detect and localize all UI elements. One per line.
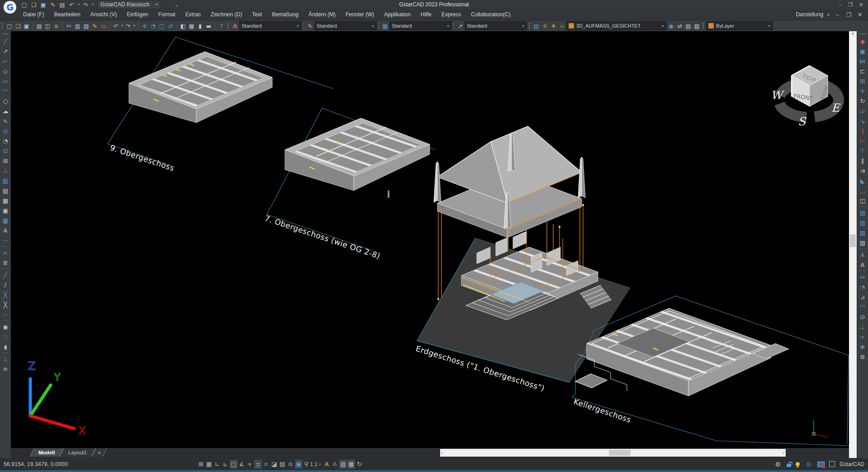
- extend-tool-icon[interactable]: ⊢: [858, 136, 868, 146]
- construction-line-tool-icon[interactable]: ↗: [1, 46, 10, 56]
- scroll-right-icon[interactable]: ›: [783, 450, 784, 455]
- dim-style-icon[interactable]: ≣: [858, 352, 868, 362]
- block-editor-icon[interactable]: ▭: [99, 22, 108, 30]
- tab-layout1[interactable]: Layout1: [60, 448, 96, 457]
- save-as-icon[interactable]: ✎: [48, 0, 57, 9]
- copy-tool-icon[interactable]: ▣: [858, 46, 868, 56]
- mirror-tool-icon[interactable]: ⋈: [858, 56, 868, 66]
- draw-order-front-icon[interactable]: ▤: [858, 208, 868, 218]
- text-scale-tool-icon[interactable]: A: [858, 260, 868, 270]
- rectangle-tool-icon[interactable]: ▭: [1, 76, 10, 86]
- layer-combo[interactable]: 3D_AUFMASS_GESICHTET▼: [566, 21, 667, 30]
- menu-text[interactable]: Text: [247, 9, 267, 20]
- hatch-background-toggle[interactable]: ▨: [339, 460, 347, 469]
- trim-tool-icon[interactable]: ∤: [858, 126, 868, 136]
- break-tool-icon[interactable]: ‖: [858, 156, 868, 166]
- toolbar-overflow-icon[interactable]: ⌄: [172, 0, 181, 9]
- tab-modell[interactable]: Modell: [30, 448, 64, 457]
- mtext-tool-icon[interactable]: A: [1, 225, 10, 235]
- open-icon[interactable]: ❏: [14, 22, 22, 30]
- multiline-tool-icon[interactable]: ≡: [1, 364, 10, 374]
- join-tool-icon[interactable]: ⇉: [858, 166, 868, 176]
- menu-collaboration-c[interactable]: Collaboration(C): [466, 9, 515, 20]
- ellipse-arc-tool-icon[interactable]: ◔: [1, 136, 10, 146]
- table-tool-icon[interactable]: ▦: [1, 215, 10, 225]
- menu-ndern-m[interactable]: Ändern (M): [304, 9, 341, 20]
- sheet-set-icon[interactable]: ▬: [204, 22, 213, 30]
- line-tool-icon[interactable]: ╱: [1, 36, 10, 46]
- new-icon[interactable]: ▢: [5, 22, 14, 30]
- menu-express[interactable]: Express: [436, 9, 466, 20]
- vertical-scrollbar-thumb[interactable]: [850, 234, 856, 247]
- break-at-point-tool-icon[interactable]: ⊤: [858, 146, 868, 156]
- horizontal-scrollbar-thumb[interactable]: [609, 450, 631, 456]
- selection-cycling-toggle[interactable]: ▤: [279, 460, 286, 469]
- annotation-visibility-toggle[interactable]: A: [323, 460, 331, 469]
- draw-order-above-icon[interactable]: ▧: [858, 228, 868, 238]
- compass-south-label[interactable]: S: [798, 115, 806, 128]
- otrack-toggle[interactable]: ∡: [238, 460, 246, 469]
- zoom-previous-icon[interactable]: ↺: [166, 22, 175, 30]
- layer-translate-icon[interactable]: ▧: [693, 22, 701, 30]
- toolbar-grip[interactable]: [702, 23, 705, 29]
- menu-extras[interactable]: Extras: [180, 9, 206, 20]
- restore-button[interactable]: ❐: [846, 0, 855, 9]
- bulb-icon[interactable]: [796, 462, 800, 466]
- horizontal-scrollbar[interactable]: ‹ ›: [440, 449, 786, 457]
- polygon-tool-icon[interactable]: ◇: [1, 66, 10, 76]
- dynamic-input-toggle[interactable]: ±: [254, 460, 262, 469]
- dim-arc-length-icon[interactable]: ◠: [858, 302, 868, 312]
- menu-bearbeiten[interactable]: Bearbeiten: [49, 9, 85, 20]
- scroll-left-icon[interactable]: ‹: [441, 450, 443, 455]
- plot-icon[interactable]: ▤: [35, 22, 43, 30]
- open-file-icon[interactable]: ❏: [29, 0, 38, 9]
- divide-tool-icon[interactable]: ≍: [1, 248, 10, 257]
- dim-radius-icon[interactable]: ⊙: [858, 312, 868, 322]
- undo-icon[interactable]: ↶: [67, 0, 76, 9]
- scroll-up-icon[interactable]: ∧: [851, 31, 854, 36]
- help-icon[interactable]: ?: [217, 22, 226, 30]
- gradient-tool-icon[interactable]: ▧: [1, 186, 10, 195]
- tool-palettes-icon[interactable]: ▮: [196, 22, 204, 30]
- properties-palette-icon[interactable]: ◧: [179, 22, 187, 30]
- auto-annotate-toggle[interactable]: A: [331, 460, 339, 469]
- vertical-scrollbar[interactable]: ∧: [849, 31, 857, 458]
- minimize-button[interactable]: –: [836, 0, 844, 9]
- undo-caret-icon[interactable]: ▾: [120, 22, 124, 30]
- chamfer-tool-icon[interactable]: ◣: [858, 176, 868, 186]
- copy-clip-icon[interactable]: ▥: [73, 22, 82, 30]
- drawing-canvas[interactable]: 9. Obergeschoss 7. Obergeschoss (wie OG …: [11, 31, 849, 448]
- print-icon[interactable]: ▤: [58, 0, 66, 9]
- annotation-scale-dropdown[interactable]: ⚲ 1:1 ∨: [303, 461, 323, 467]
- new-file-icon[interactable]: ▢: [20, 0, 28, 9]
- isodraft-toggle[interactable]: ↻: [356, 460, 363, 469]
- erase-tool-icon[interactable]: ◆: [858, 36, 868, 46]
- quick-view-toggle[interactable]: ⊙: [287, 460, 294, 469]
- color-combo[interactable]: ByLayer▼: [706, 21, 773, 30]
- publish-icon[interactable]: ≡: [52, 22, 61, 30]
- layer-search-icon[interactable]: ⊙: [804, 460, 813, 468]
- toolbar-grip[interactable]: [2, 33, 9, 35]
- workspace-dropdown[interactable]: GstarCAD Klassisch ▾: [97, 0, 161, 9]
- snap-toggle[interactable]: ⊞: [197, 460, 205, 469]
- mdi-minimize-button[interactable]: –: [833, 10, 842, 19]
- redo-icon[interactable]: ↷: [124, 22, 133, 30]
- rotate-tool-icon[interactable]: ↻: [858, 96, 868, 106]
- osnap-toggle[interactable]: □: [230, 460, 237, 469]
- revcloud2-tool-icon[interactable]: ◖: [1, 342, 10, 352]
- layer-thaw-icon[interactable]: ☀: [549, 22, 558, 30]
- toolbar-grip[interactable]: [528, 23, 531, 29]
- text-style-combo[interactable]: Standard▼: [239, 21, 302, 30]
- donut-tool-icon[interactable]: ◉: [1, 322, 10, 332]
- polyline-tool-icon[interactable]: ⌐: [1, 56, 10, 66]
- settings-gear-icon[interactable]: ⚙: [773, 460, 782, 468]
- make-object-layer-current-icon[interactable]: ◉: [667, 22, 675, 30]
- draw-order-under-icon[interactable]: ▨: [858, 238, 868, 248]
- point-sequence-tool-icon[interactable]: ⋯: [1, 235, 10, 245]
- menu-bema-ung[interactable]: Bemaßung: [267, 9, 304, 20]
- dim-baseline-icon[interactable]: ≍: [858, 332, 868, 342]
- menu-hilfe[interactable]: Hilfe: [416, 9, 436, 20]
- layer-on-icon[interactable]: ☼: [541, 22, 549, 30]
- fullscreen-icon[interactable]: [829, 461, 835, 467]
- region-tool-icon[interactable]: ▩: [1, 195, 10, 205]
